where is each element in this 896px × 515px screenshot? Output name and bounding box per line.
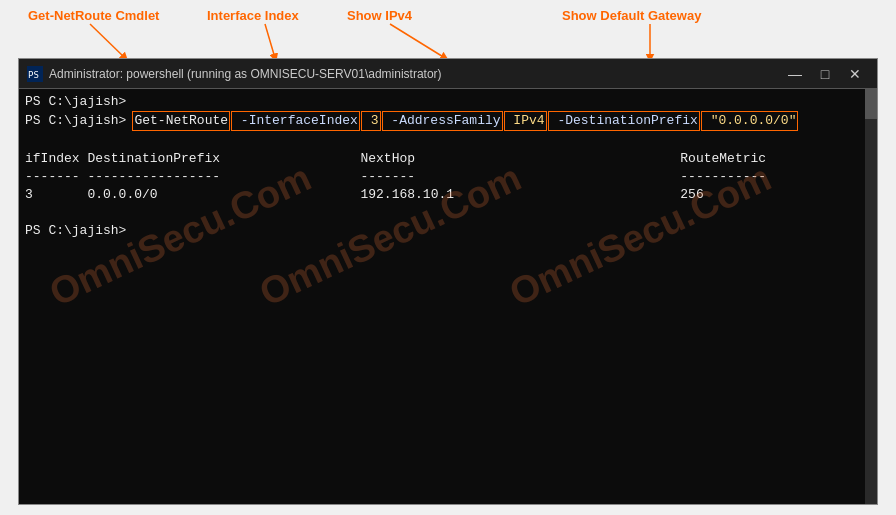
ifindex-annotation: Interface Index [207, 8, 299, 23]
terminal-line-1: PS C:\jajish> [25, 93, 871, 111]
param2-highlight: -AddressFamily [382, 111, 503, 131]
close-button[interactable]: ✕ [841, 63, 869, 85]
window-title: Administrator: powershell (running as OM… [49, 67, 781, 81]
terminal-line-last: PS C:\jajish> [25, 222, 871, 240]
blank-line-1 [25, 131, 871, 149]
maximize-button[interactable]: □ [811, 63, 839, 85]
gateway-annotation: Show Default Gateway [562, 8, 701, 23]
powershell-window: PS Administrator: powershell (running as… [18, 58, 878, 505]
titlebar: PS Administrator: powershell (running as… [19, 59, 877, 89]
blank-line-2 [25, 204, 871, 222]
window-controls[interactable]: — □ ✕ [781, 63, 869, 85]
param3-highlight: -DestinationPrefix [548, 111, 700, 131]
svg-line-1 [90, 24, 125, 58]
table-data-row: 3 0.0.0.0/0 192.168.10.1 256 [25, 186, 871, 204]
val2-highlight: IPv4 [504, 111, 547, 131]
table-separator: ------- ----------------- ------- ------… [25, 168, 871, 186]
minimize-button[interactable]: — [781, 63, 809, 85]
window-icon: PS [27, 66, 43, 82]
scrollbar[interactable] [865, 89, 877, 504]
param1-highlight: -InterfaceIndex [231, 111, 360, 131]
svg-line-3 [390, 24, 445, 58]
svg-line-2 [265, 24, 275, 58]
cmdlet-annotation: Get-NetRoute Cmdlet [28, 8, 159, 23]
val1-highlight: 3 [361, 111, 381, 131]
table-header: ifIndex DestinationPrefix NextHop RouteM… [25, 150, 871, 168]
terminal-body: PS C:\jajish> PS C:\jajish> Get-NetRoute… [19, 89, 877, 504]
svg-text:PS: PS [28, 70, 39, 80]
cmdlet-highlight: Get-NetRoute [132, 111, 230, 131]
val3-highlight: "0.0.0.0/0" [701, 111, 799, 131]
terminal-command-line: PS C:\jajish> Get-NetRoute -InterfaceInd… [25, 111, 871, 131]
cmd-prompt: PS C:\jajish> [25, 112, 126, 130]
scrollbar-thumb[interactable] [865, 89, 877, 119]
showipv4-annotation: Show IPv4 [347, 8, 412, 23]
